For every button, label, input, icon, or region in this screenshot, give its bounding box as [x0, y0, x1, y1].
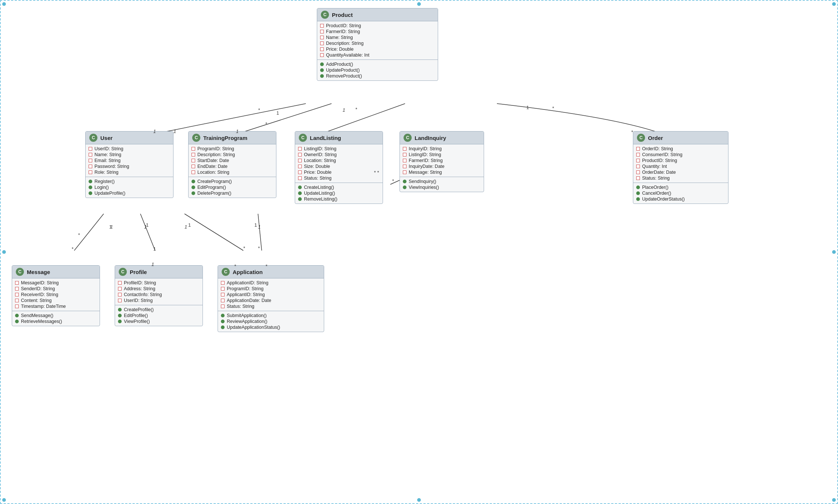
land-listing-name: LandListing — [310, 135, 341, 141]
method-row: EditProfile() — [118, 313, 200, 318]
attr-row: Description: String — [191, 152, 273, 158]
multiplicity-label: * — [265, 263, 267, 269]
user-icon: C — [89, 134, 97, 142]
method-icon — [191, 191, 195, 195]
training-program-header: C TrainingProgram — [189, 132, 276, 144]
multiplicity-label: * — [234, 263, 236, 269]
corner-dot-tl — [2, 2, 6, 6]
user-methods: Register() Login() UpdateProfile() — [86, 177, 173, 198]
method-icon — [636, 191, 640, 195]
attr-icon — [320, 47, 324, 51]
training-program-class: C TrainingProgram ProgramID: String Desc… — [188, 131, 276, 198]
method-row: Register() — [89, 179, 170, 184]
attr-icon — [403, 159, 407, 162]
land-inquiry-methods: SendInquiry() ViewInquiries() — [400, 177, 484, 192]
method-row: RemoveProduct() — [320, 73, 435, 79]
training-icon: C — [192, 134, 200, 142]
profile-class: C Profile ProfileID: String Address: Str… — [115, 265, 203, 326]
svg-text:*: * — [258, 245, 260, 251]
attr-row: Timestamp: DateTime — [15, 303, 97, 309]
message-class: C Message MessageID: String SenderID: St… — [12, 265, 100, 326]
method-icon — [118, 314, 122, 317]
method-row: CancelOrder() — [636, 190, 725, 196]
attr-row: ApplicantID: String — [221, 292, 321, 298]
attr-row: OwnerID: String — [298, 152, 380, 158]
attr-icon — [320, 42, 324, 45]
attr-row: Status: String — [636, 175, 725, 181]
multiplicity-label: * — [552, 105, 554, 111]
multiplicity-label: 1 — [343, 107, 345, 113]
order-class: C Order OrderID: String ConsumerID: Stri… — [633, 131, 728, 204]
application-methods: SubmitApplication() ReviewApplication() … — [218, 311, 324, 332]
attr-icon — [118, 287, 122, 291]
multiplicity-label: 1 — [153, 129, 156, 134]
attr-row: ProgramID: String — [221, 286, 321, 292]
method-row: SendMessage() — [15, 313, 97, 318]
multiplicity-label: 1 — [236, 129, 239, 134]
attr-row: Price: Double — [320, 46, 435, 52]
message-header: C Message — [12, 266, 100, 278]
attr-icon — [191, 153, 195, 156]
attr-row: ProgramID: String — [191, 146, 273, 152]
method-row: DeleteProgram() — [191, 190, 273, 196]
method-row: ViewInquiries() — [403, 184, 481, 190]
application-attrs: ApplicationID: String ProgramID: String … — [218, 278, 324, 311]
message-attrs: MessageID: String SenderID: String Recei… — [12, 278, 100, 311]
attr-row: ListingID: String — [298, 146, 380, 152]
profile-attrs: ProfileID: String Address: String Contac… — [115, 278, 203, 305]
attr-row: EndDate: Date — [191, 163, 273, 169]
order-header: C Order — [633, 132, 728, 144]
order-methods: PlaceOrder() CancelOrder() UpdateOrderSt… — [633, 183, 728, 204]
mid-dot-r — [832, 250, 836, 254]
method-row: EditProgram() — [191, 184, 273, 190]
svg-text:*: * — [355, 107, 357, 112]
attr-row: Address: String — [118, 286, 200, 292]
attr-icon — [221, 299, 225, 302]
attr-row: Name: String — [89, 152, 170, 158]
svg-text:1: 1 — [254, 222, 257, 228]
user-attrs: UserID: String Name: String Email: Strin… — [86, 144, 173, 177]
attr-icon — [221, 281, 225, 285]
attr-row: Message: String — [403, 169, 481, 175]
attr-row: Quantity: Int — [636, 163, 725, 169]
svg-line-18 — [185, 214, 243, 251]
method-row: ViewProfile() — [118, 318, 200, 324]
method-icon — [298, 197, 302, 201]
attr-icon — [320, 30, 324, 33]
land-listing-header: C LandListing — [295, 132, 383, 144]
land-inquiry-name: LandInquiry — [415, 135, 446, 141]
attr-row: InquiryDate: Date — [403, 163, 481, 169]
attr-icon — [320, 53, 324, 57]
multiplicity-label: * — [258, 107, 260, 113]
message-icon: C — [16, 268, 24, 276]
land-inquiry-icon: C — [404, 134, 412, 142]
method-row: SendInquiry() — [403, 179, 481, 184]
multiplicity-label: * * — [374, 170, 379, 175]
attr-icon — [118, 299, 122, 302]
attr-icon — [89, 153, 92, 156]
attr-row: Role: String — [89, 169, 170, 175]
attr-icon — [298, 153, 302, 156]
method-row: CreateProfile() — [118, 307, 200, 313]
land-listing-class: C LandListing ListingID: String OwnerID:… — [295, 131, 383, 204]
profile-methods: CreateProfile() EditProfile() ViewProfil… — [115, 305, 203, 326]
method-icon — [89, 191, 92, 195]
attr-icon — [15, 287, 19, 291]
method-icon — [191, 186, 195, 189]
attr-icon — [636, 176, 640, 180]
attr-icon — [118, 281, 122, 285]
method-row: CreateProgram() — [191, 179, 273, 184]
attr-row: UserID: String — [89, 146, 170, 152]
method-icon — [636, 197, 640, 201]
attr-row: SenderID: String — [15, 286, 97, 292]
multiplicity-label: 1 — [151, 262, 154, 267]
attr-row: Name: String — [320, 35, 435, 40]
application-class: C Application ApplicationID: String Prog… — [218, 265, 324, 332]
method-icon — [191, 180, 195, 183]
method-row: AddProduct() — [320, 61, 435, 67]
land-listing-methods: CreateListing() UpdateListing() RemoveLi… — [295, 183, 383, 204]
training-name: TrainingProgram — [203, 135, 247, 141]
corner-dot-tr — [832, 2, 836, 6]
attr-row: Size: Double — [298, 163, 380, 169]
attr-row: ProductID: String — [320, 23, 435, 29]
